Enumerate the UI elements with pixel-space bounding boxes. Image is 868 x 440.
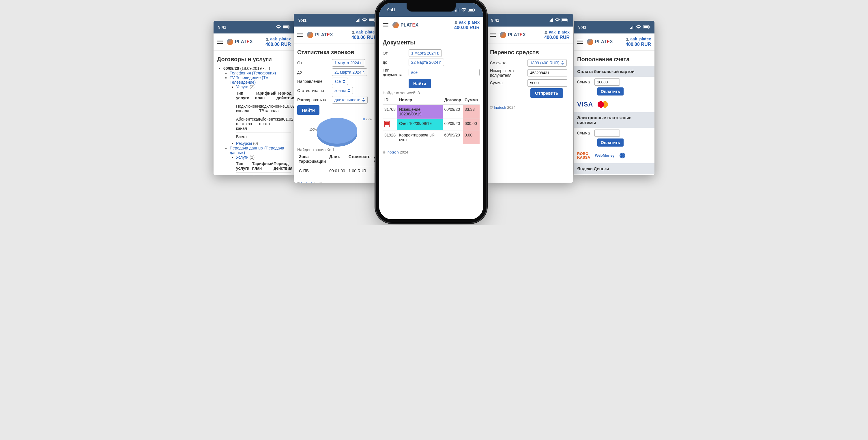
stat-by-select[interactable]: зонам xyxy=(332,87,353,94)
menu-icon[interactable] xyxy=(217,39,223,45)
status-bar: 9:41 xyxy=(379,3,483,17)
date-to[interactable]: 21 марта 2024 г. xyxy=(332,68,367,76)
contract-number: 60/09/20 xyxy=(223,66,239,71)
battery-icon xyxy=(643,25,650,29)
page-title: Перенос средств xyxy=(490,49,569,56)
table-row[interactable]: Счет 10239/09/19 60/09/20 600.00 xyxy=(383,119,479,130)
page-title: Договоры и услуги xyxy=(217,56,291,63)
pay-card-button[interactable]: Оплатить xyxy=(597,87,624,95)
visa-logo: VISA xyxy=(577,101,593,108)
date-from[interactable]: 1 марта 2024 г. xyxy=(409,49,442,57)
tv-services-link[interactable]: Услуги xyxy=(236,85,248,89)
footer: © Inotech 2024 xyxy=(294,178,380,183)
svg-point-36 xyxy=(620,153,625,158)
date-from[interactable]: 1 марта 2024 г. xyxy=(332,59,365,67)
pie-chart: 100%с-пь xyxy=(297,118,377,145)
table-row: Абонентская плата за каналАбонентская пл… xyxy=(236,115,291,133)
menu-icon[interactable] xyxy=(383,22,389,28)
footer: © Inotech 2024 xyxy=(487,102,573,113)
balance: 400.00 RUR xyxy=(454,25,479,31)
screen-transfer: 9:41 PLATEX aak_platex400.00 RUR Перенос… xyxy=(487,14,573,183)
webmoney-logo: WebMoney xyxy=(595,153,615,158)
tv-resources-link[interactable]: Ресурсы xyxy=(236,141,252,146)
table-row[interactable]: 31928 Корректировочный счет 60/09/20 0.0… xyxy=(383,130,479,144)
find-button[interactable]: Найти xyxy=(409,79,431,88)
menu-icon[interactable] xyxy=(577,39,583,45)
screen-documents: 9:41 PLATEX aak_platex400.00 RUR Докумен… xyxy=(379,3,483,219)
status-bar: 9:41 xyxy=(214,21,294,33)
svg-rect-1 xyxy=(283,26,288,28)
battery-icon xyxy=(562,19,568,22)
table-row: Входящий трафикТариф 50018.09.2019 xyxy=(236,172,291,175)
balance: 400.00 RUR xyxy=(351,35,377,41)
status-bar: 9:41 xyxy=(574,21,654,33)
stats-table: Зона тарификацииДлит.СтоимостьДлит. % С-… xyxy=(297,152,380,176)
page-title: Пополнение счета xyxy=(577,56,651,63)
card-amount-input[interactable] xyxy=(594,78,620,86)
find-button[interactable]: Найти xyxy=(297,105,319,115)
data-services-link[interactable]: Услуги xyxy=(236,155,248,160)
svg-rect-12 xyxy=(455,10,456,11)
status-bar: 9:41 xyxy=(294,14,380,27)
from-account-select[interactable]: 1809 (400 RUR) xyxy=(527,59,567,67)
amount-input[interactable] xyxy=(527,80,567,87)
svg-rect-17 xyxy=(469,9,473,11)
robokassa-logo: ROBOKASSA xyxy=(577,152,590,159)
svg-rect-20 xyxy=(549,21,550,22)
svg-rect-4 xyxy=(356,21,356,22)
service-telephony[interactable]: Телефония (Телефония) xyxy=(230,71,276,75)
table-row: Всего xyxy=(236,133,291,141)
pdf-icon[interactable] xyxy=(384,121,390,127)
svg-rect-23 xyxy=(552,19,553,22)
logo: PLATEX xyxy=(587,39,613,45)
wifi-icon xyxy=(636,25,641,29)
pay-eps-button[interactable]: Оплатить xyxy=(597,138,624,147)
eps-amount-input[interactable] xyxy=(594,130,620,137)
username[interactable]: aak_platex xyxy=(266,36,291,41)
logo: PLATEX xyxy=(393,22,418,28)
svg-rect-7 xyxy=(360,19,360,22)
wifi-icon xyxy=(362,19,367,22)
wifi-icon xyxy=(461,8,466,11)
username[interactable]: aak_platex xyxy=(454,20,479,25)
date-to[interactable]: 22 марта 2024 г. xyxy=(409,59,444,66)
app-bar: PLATEX aak_platex400.00 RUR xyxy=(379,17,483,34)
username[interactable]: aak_platex xyxy=(626,36,651,41)
battery-icon xyxy=(468,8,475,11)
rank-by-select[interactable]: длительности xyxy=(332,96,368,103)
svg-rect-26 xyxy=(568,19,568,21)
direction-select[interactable]: все xyxy=(332,77,348,85)
svg-rect-33 xyxy=(644,26,648,28)
username[interactable]: aak_platex xyxy=(544,29,569,35)
balance: 400.00 RUR xyxy=(266,41,291,48)
username[interactable]: aak_platex xyxy=(351,29,377,35)
screen-call-stats: 9:41 PLATEX aak_platex400.00 RUR Статист… xyxy=(294,14,380,183)
signal-icon xyxy=(455,8,459,11)
recipient-input[interactable] xyxy=(527,69,567,76)
svg-rect-25 xyxy=(562,19,567,21)
service-data[interactable]: Передача данных (Передача данных) xyxy=(230,146,284,155)
doc-type-select[interactable]: все xyxy=(409,69,479,76)
svg-rect-14 xyxy=(458,9,458,11)
table-row[interactable]: 31768 Извещение 10238/09/19 60/09/20 33.… xyxy=(383,104,479,119)
menu-icon[interactable] xyxy=(490,32,496,38)
section-yandex-money: Яндекс.Деньги xyxy=(574,163,654,174)
wifi-icon xyxy=(555,19,560,22)
svg-rect-18 xyxy=(474,9,475,11)
app-bar: PLATEX aak_platex 400.00 RUR xyxy=(214,33,294,51)
footer: © Inotech 2024 xyxy=(379,147,483,157)
svg-rect-6 xyxy=(359,19,359,22)
service-tv[interactable]: TV Телевидение (TV Телевидение) xyxy=(230,75,268,85)
battery-icon xyxy=(283,25,290,29)
app-bar: PLATEX aak_platex400.00 RUR xyxy=(294,27,380,44)
svg-point-19 xyxy=(455,21,457,23)
svg-rect-34 xyxy=(649,26,650,28)
send-button[interactable]: Отправить xyxy=(530,88,563,98)
svg-rect-5 xyxy=(357,20,358,22)
menu-icon[interactable] xyxy=(297,32,303,38)
logo: PLATEX xyxy=(227,39,253,45)
svg-rect-22 xyxy=(551,19,552,22)
signal-icon xyxy=(549,19,553,22)
logo: PLATEX xyxy=(307,32,333,38)
app-bar: PLATEX aak_platex400.00 RUR xyxy=(487,27,573,44)
